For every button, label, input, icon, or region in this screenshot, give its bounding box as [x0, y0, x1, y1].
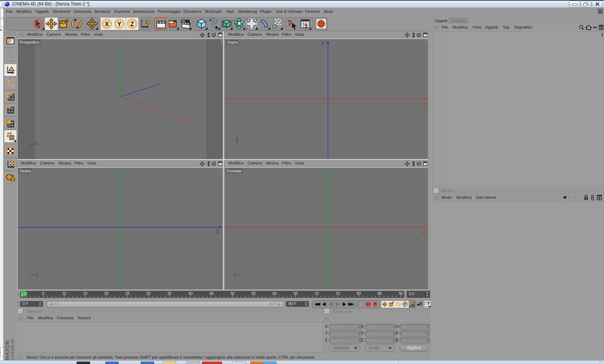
svg-text:55: 55 [251, 291, 255, 295]
svg-text:70: 70 [315, 291, 319, 295]
svg-text:Z: Z [321, 41, 324, 46]
svg-text:90: 90 [399, 291, 403, 295]
svg-text:25: 25 [125, 291, 130, 295]
svg-text:60: 60 [272, 291, 277, 295]
svg-text:X: X [243, 273, 246, 277]
svg-text:?: ? [305, 23, 308, 30]
svg-text:Y: Y [28, 265, 31, 268]
svg-text:15: 15 [83, 291, 87, 295]
svg-text:x: x [28, 274, 29, 278]
svg-text:10: 10 [62, 291, 66, 295]
svg-text:40: 40 [188, 291, 193, 295]
svg-text:Z: Z [216, 229, 219, 234]
svg-text:85: 85 [378, 291, 382, 295]
svg-text:35: 35 [167, 291, 171, 295]
svg-text:65: 65 [293, 291, 298, 295]
svg-text:Y: Y [28, 136, 31, 139]
svg-text:Z: Z [233, 273, 236, 277]
svg-text:Y: Y [235, 265, 238, 268]
svg-text:Y: Y [114, 169, 117, 174]
svg-text:45: 45 [209, 291, 214, 295]
svg-text:Z: Z [36, 273, 38, 277]
svg-text:X: X [33, 147, 36, 151]
svg-text:20: 20 [104, 291, 108, 295]
svg-text:50: 50 [230, 291, 235, 295]
svg-text:?: ? [374, 302, 376, 306]
svg-text:0: 0 [25, 291, 27, 296]
svg-text:80: 80 [356, 291, 361, 295]
svg-text:A: A [573, 195, 576, 200]
svg-text:P: P [404, 302, 406, 306]
svg-text:Z: Z [131, 21, 134, 27]
svg-text:Y: Y [321, 169, 324, 174]
svg-text:?: ? [288, 18, 292, 28]
svg-text:X: X [243, 144, 246, 148]
svg-text:75: 75 [336, 291, 340, 295]
svg-text:Z: Z [35, 142, 38, 146]
svg-text:30: 30 [146, 291, 151, 295]
svg-text:Z: Z [235, 137, 238, 139]
svg-text:Y: Y [117, 21, 121, 27]
svg-text:X: X [105, 21, 109, 27]
svg-text:5: 5 [42, 291, 44, 295]
